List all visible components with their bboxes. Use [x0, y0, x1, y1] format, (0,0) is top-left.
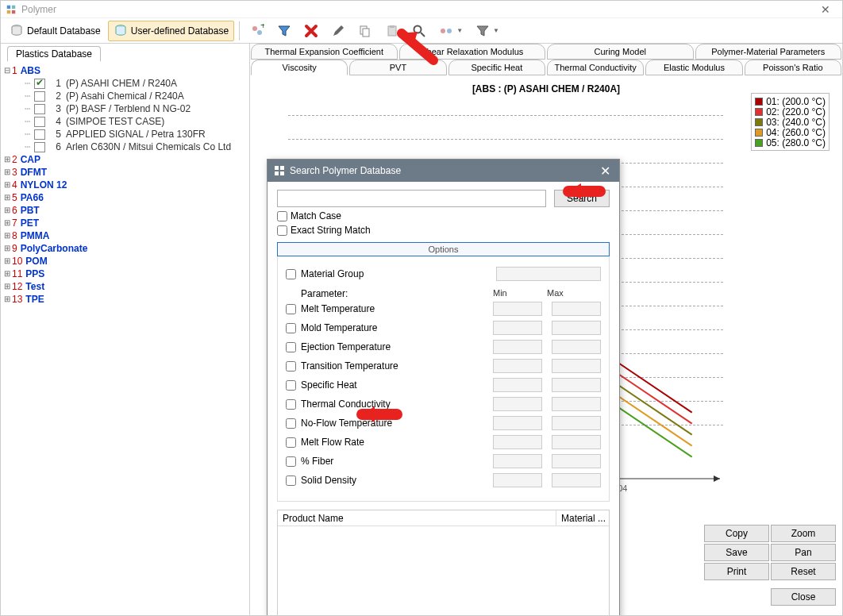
twisty-icon[interactable]: ⊞ [2, 180, 12, 190]
save-chart-button[interactable]: Save [704, 544, 769, 561]
tree-item[interactable]: ┄2(P) Asahi Chemical / R240A [2, 90, 248, 102]
tree-group[interactable]: ⊞4NYLON 12 [2, 179, 248, 191]
tree-group[interactable]: ⊞5PA66 [2, 191, 248, 204]
param-min-field[interactable] [493, 321, 542, 335]
param-checkbox[interactable] [286, 399, 296, 410]
item-checkbox[interactable] [34, 129, 45, 140]
twisty-icon[interactable]: ⊞ [2, 269, 12, 279]
twisty-icon[interactable]: ⊞ [2, 193, 12, 202]
twisty-icon[interactable]: ⊞ [2, 231, 12, 241]
run-search-button[interactable]: Search [554, 190, 610, 207]
twisty-icon[interactable]: ⊞ [2, 244, 12, 253]
item-checkbox[interactable] [34, 91, 45, 102]
param-max-field[interactable] [552, 435, 601, 449]
search-input[interactable] [277, 190, 546, 207]
tree-item[interactable]: ┄4(SIMPOE TEST CASE) [2, 115, 248, 128]
param-checkbox[interactable] [286, 342, 296, 352]
param-max-field[interactable] [552, 416, 601, 430]
tree-group[interactable]: ⊞8PMMA [2, 229, 248, 242]
property-tab[interactable]: Specific Heat [448, 60, 545, 75]
property-tab[interactable]: Thermal Conductivity [547, 60, 644, 75]
material-group-checkbox[interactable] [286, 269, 296, 279]
param-max-field[interactable] [552, 397, 601, 411]
param-min-field[interactable] [493, 435, 542, 449]
param-min-field[interactable] [493, 416, 542, 430]
material-group-field[interactable] [496, 267, 601, 281]
tree-item[interactable]: ┄6Arlen C630N / Mitsui Chemicals Co Ltd [2, 141, 248, 153]
add-material-button[interactable]: + [244, 21, 270, 41]
default-database-button[interactable]: Default Database [4, 21, 106, 41]
dialog-title-bar[interactable]: Search Polymer Database ✕ [268, 160, 619, 182]
print-button[interactable]: Print [704, 563, 769, 580]
param-max-field[interactable] [552, 378, 601, 392]
param-min-field[interactable] [493, 340, 542, 354]
close-panel-button[interactable]: Close [771, 588, 836, 606]
twisty-icon[interactable]: ⊟ [2, 66, 12, 75]
param-max-field[interactable] [552, 321, 601, 335]
twisty-icon[interactable]: ⊞ [2, 256, 12, 266]
tree-group[interactable]: ⊟1ABS [2, 64, 248, 77]
property-tab[interactable]: PVT [349, 60, 446, 75]
property-tab[interactable]: Polymer-Material Parameters [695, 44, 842, 60]
copy-chart-button[interactable]: Copy [704, 525, 769, 542]
pan-button[interactable]: Pan [771, 544, 836, 561]
param-min-field[interactable] [493, 359, 542, 373]
results-col-product[interactable]: Product Name [278, 510, 556, 526]
param-min-field[interactable] [493, 302, 542, 316]
exact-match-checkbox[interactable] [277, 225, 287, 236]
property-tab[interactable]: Poisson's Ratio [745, 60, 841, 75]
twisty-icon[interactable]: ⊞ [2, 167, 12, 177]
tree-item[interactable]: ┄3(P) BASF / Terblend N NG-02 [2, 102, 248, 115]
tree-group[interactable]: ⊞11PPS [2, 268, 248, 280]
param-max-field[interactable] [552, 302, 601, 316]
twisty-icon[interactable]: ⊞ [2, 295, 12, 304]
dialog-close-button[interactable]: ✕ [597, 164, 613, 179]
item-checkbox[interactable] [34, 117, 45, 127]
param-checkbox[interactable] [286, 456, 296, 467]
filter-button[interactable] [271, 21, 297, 41]
twisty-icon[interactable]: ⊞ [2, 218, 12, 228]
tree-item[interactable]: ┄1(P) ASAHI CHEM / R240A [2, 77, 248, 90]
tree-group[interactable]: ⊞10POM [2, 255, 248, 268]
param-min-field[interactable] [493, 454, 542, 468]
item-checkbox[interactable] [34, 142, 45, 152]
property-tab[interactable]: Elastic Modulus [645, 60, 742, 75]
param-checkbox[interactable] [286, 361, 296, 372]
param-checkbox[interactable] [286, 418, 296, 429]
param-max-field[interactable] [552, 359, 601, 373]
param-checkbox[interactable] [286, 475, 296, 486]
tree-group[interactable]: ⊞13TPE [2, 293, 248, 306]
filter-db-button[interactable]: ▼ [470, 21, 505, 41]
param-min-field[interactable] [493, 397, 542, 411]
paste-button[interactable] [379, 21, 405, 41]
param-min-field[interactable] [493, 378, 542, 392]
zoom-button[interactable]: Zoom [771, 525, 836, 542]
reset-button[interactable]: Reset [771, 563, 836, 580]
item-checkbox[interactable] [34, 104, 45, 114]
user-database-button[interactable]: User-defined Database [108, 21, 234, 41]
delete-button[interactable] [298, 21, 324, 41]
property-tab[interactable]: Thermal Expansion Coefficient [251, 44, 398, 60]
twisty-icon[interactable]: ⊞ [2, 206, 12, 215]
param-min-field[interactable] [493, 473, 542, 487]
property-tab[interactable]: Curing Model [547, 44, 694, 60]
item-checkbox[interactable] [34, 79, 45, 89]
match-case-checkbox[interactable] [277, 211, 287, 221]
param-checkbox[interactable] [286, 380, 296, 391]
tab-plastics-database[interactable]: Plastics Database [7, 46, 101, 61]
copy-button[interactable] [352, 21, 378, 41]
tree-group[interactable]: ⊞7PET [2, 217, 248, 229]
tree-group[interactable]: ⊞12Test [2, 280, 248, 293]
tree-group[interactable]: ⊞9PolyCarbonate [2, 242, 248, 255]
material-tree[interactable]: ⊟1ABS┄1(P) ASAHI CHEM / R240A┄2(P) Asahi… [1, 61, 249, 616]
param-max-field[interactable] [552, 473, 601, 487]
param-max-field[interactable] [552, 340, 601, 354]
param-checkbox[interactable] [286, 323, 296, 333]
tree-group[interactable]: ⊞2CAP [2, 153, 248, 166]
edit-button[interactable] [325, 21, 351, 41]
results-col-material[interactable]: Material ... [556, 513, 609, 524]
compare-button[interactable]: ▼ [433, 21, 468, 41]
search-results-list[interactable]: Product Name Material ... [277, 510, 610, 616]
param-max-field[interactable] [552, 454, 601, 468]
param-checkbox[interactable] [286, 437, 296, 448]
